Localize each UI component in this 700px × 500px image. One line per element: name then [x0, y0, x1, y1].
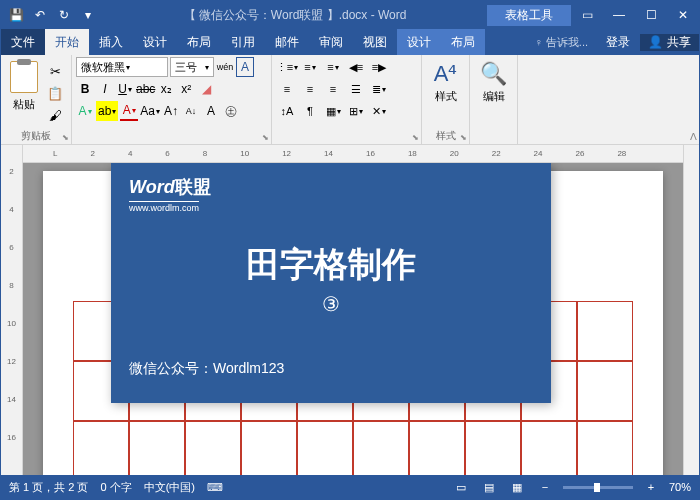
- increase-indent-icon[interactable]: ≡▶: [368, 57, 390, 77]
- find-icon: 🔍: [480, 61, 507, 87]
- format-painter-icon[interactable]: 🖌: [45, 105, 65, 125]
- zoom-in-button[interactable]: +: [641, 479, 661, 495]
- ribbon-options-icon[interactable]: ▭: [571, 1, 603, 29]
- zoom-level[interactable]: 70%: [669, 481, 691, 493]
- tab-design[interactable]: 设计: [133, 29, 177, 55]
- document-canvas[interactable]: Word联盟 www.wordlm.com 田字格制作 ③ 微信公众号：Word…: [23, 163, 683, 475]
- copy-icon[interactable]: 📋: [45, 83, 65, 103]
- status-word-count[interactable]: 0 个字: [100, 480, 131, 495]
- font-name-select[interactable]: 微软雅黑▾: [76, 57, 168, 77]
- redo-icon[interactable]: ↻: [53, 4, 75, 26]
- font-launcher[interactable]: ⬊: [262, 133, 269, 142]
- close-icon[interactable]: ✕: [667, 1, 699, 29]
- editing-button[interactable]: 🔍 编辑: [470, 55, 518, 144]
- clear-format-icon[interactable]: ◢: [197, 79, 215, 99]
- web-layout-icon[interactable]: ▦: [507, 479, 527, 495]
- bullets-icon[interactable]: ⋮≡▾: [276, 57, 298, 77]
- overlay-subtitle: 微信公众号：Wordlm123: [129, 360, 533, 378]
- minimize-icon[interactable]: —: [603, 1, 635, 29]
- vertical-scrollbar[interactable]: [683, 145, 699, 475]
- char-border-icon[interactable]: A: [236, 57, 254, 77]
- login-button[interactable]: 登录: [596, 34, 640, 51]
- styles-button[interactable]: A⁴ 样式 样式 ⬊: [422, 55, 470, 144]
- grow-font-button[interactable]: A↑: [162, 101, 180, 121]
- overlay-logo: Word联盟: [129, 175, 533, 199]
- overlay-title: 田字格制作: [129, 242, 533, 288]
- collapse-ribbon-icon[interactable]: ᐱ: [690, 131, 697, 142]
- multilevel-icon[interactable]: ≡▾: [322, 57, 344, 77]
- paste-icon: [10, 61, 38, 93]
- status-ime-icon[interactable]: ⌨: [207, 481, 223, 494]
- paragraph-launcher[interactable]: ⬊: [412, 133, 419, 142]
- tell-me-search[interactable]: ♀ 告诉我...: [527, 35, 596, 50]
- maximize-icon[interactable]: ☐: [635, 1, 667, 29]
- tab-table-layout[interactable]: 布局: [441, 29, 485, 55]
- show-marks-icon[interactable]: ¶: [299, 101, 321, 121]
- numbering-icon[interactable]: ≡▾: [299, 57, 321, 77]
- table-tools-context: 表格工具: [487, 5, 571, 26]
- print-layout-icon[interactable]: ▤: [479, 479, 499, 495]
- char-shading-icon[interactable]: A: [202, 101, 220, 121]
- sort-icon[interactable]: ↕A: [276, 101, 298, 121]
- tab-file[interactable]: 文件: [1, 29, 45, 55]
- borders-icon[interactable]: ⊞▾: [345, 101, 367, 121]
- highlight-icon[interactable]: ab▾: [96, 101, 118, 121]
- distributed-icon[interactable]: ≣▾: [368, 79, 390, 99]
- paste-button[interactable]: 粘贴: [5, 57, 43, 130]
- align-left-icon[interactable]: ≡: [276, 79, 298, 99]
- undo-icon[interactable]: ↶: [29, 4, 51, 26]
- zoom-out-button[interactable]: −: [535, 479, 555, 495]
- phonetic-guide-icon[interactable]: wén: [216, 57, 234, 77]
- styles-launcher[interactable]: ⬊: [460, 133, 467, 142]
- styles-icon: A⁴: [434, 61, 458, 87]
- window-title: 【 微信公众号：Word联盟 】.docx - Word: [103, 7, 487, 24]
- clipboard-group-label: 剪贴板: [1, 129, 71, 143]
- decrease-indent-icon[interactable]: ◀≡: [345, 57, 367, 77]
- tab-home[interactable]: 开始: [45, 29, 89, 55]
- read-mode-icon[interactable]: ▭: [451, 479, 471, 495]
- status-page[interactable]: 第 1 页，共 2 页: [9, 480, 88, 495]
- line-spacing-icon[interactable]: ✕▾: [368, 101, 390, 121]
- align-right-icon[interactable]: ≡: [322, 79, 344, 99]
- tab-review[interactable]: 审阅: [309, 29, 353, 55]
- share-button[interactable]: 👤共享: [640, 34, 699, 51]
- title-overlay: Word联盟 www.wordlm.com 田字格制作 ③ 微信公众号：Word…: [111, 163, 551, 403]
- shading-icon[interactable]: ▦▾: [322, 101, 344, 121]
- bold-button[interactable]: B: [76, 79, 94, 99]
- tab-mailings[interactable]: 邮件: [265, 29, 309, 55]
- share-icon: 👤: [648, 35, 663, 49]
- tab-insert[interactable]: 插入: [89, 29, 133, 55]
- overlay-number: ③: [129, 292, 533, 316]
- zoom-slider[interactable]: [563, 486, 633, 489]
- justify-icon[interactable]: ☰: [345, 79, 367, 99]
- superscript-button[interactable]: x²: [177, 79, 195, 99]
- vertical-ruler: 246810121416: [1, 145, 23, 475]
- tab-table-design[interactable]: 设计: [397, 29, 441, 55]
- align-center-icon[interactable]: ≡: [299, 79, 321, 99]
- cut-icon[interactable]: ✂: [45, 61, 65, 81]
- strikethrough-button[interactable]: abc: [136, 79, 155, 99]
- horizontal-ruler: L246810121416182022242628: [23, 145, 683, 163]
- shrink-font-button[interactable]: A↓: [182, 101, 200, 121]
- italic-button[interactable]: I: [96, 79, 114, 99]
- underline-button[interactable]: U▾: [116, 79, 134, 99]
- tab-view[interactable]: 视图: [353, 29, 397, 55]
- tab-references[interactable]: 引用: [221, 29, 265, 55]
- status-language[interactable]: 中文(中国): [144, 480, 195, 495]
- qat-more-icon[interactable]: ▾: [77, 4, 99, 26]
- text-effects-icon[interactable]: A▾: [76, 101, 94, 121]
- change-case-button[interactable]: Aa▾: [140, 101, 160, 121]
- overlay-url: www.wordlm.com: [129, 201, 199, 213]
- tab-layout[interactable]: 布局: [177, 29, 221, 55]
- subscript-button[interactable]: x₂: [157, 79, 175, 99]
- clipboard-launcher[interactable]: ⬊: [62, 133, 69, 142]
- enclose-char-icon[interactable]: ㊏: [222, 101, 240, 121]
- font-size-select[interactable]: 三号▾: [170, 57, 214, 77]
- save-icon[interactable]: 💾: [5, 4, 27, 26]
- font-color-icon[interactable]: A▾: [120, 101, 138, 121]
